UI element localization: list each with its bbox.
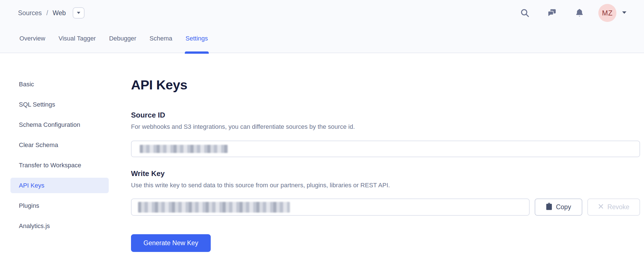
sidebar-item-label: Basic	[19, 81, 34, 88]
write-key-redacted-value	[138, 202, 290, 213]
clipboard-icon	[546, 203, 552, 212]
sidebar-item-api-keys[interactable]: API Keys	[10, 178, 109, 193]
settings-sidebar: Basic SQL Settings Schema Configuration …	[10, 76, 109, 234]
copy-button-label: Copy	[556, 203, 571, 211]
source-id-description: For webhooks and S3 integrations, you ca…	[131, 123, 355, 130]
sidebar-item-clear-schema[interactable]: Clear Schema	[10, 137, 109, 153]
source-id-field[interactable]	[131, 141, 640, 157]
sidebar-item-sql-settings[interactable]: SQL Settings	[10, 97, 109, 112]
revoke-button-label: Revoke	[607, 203, 629, 211]
write-key-description: Use this write key to send data to this …	[131, 182, 390, 189]
sidebar-item-label: API Keys	[19, 182, 44, 189]
source-id-label: Source ID	[131, 111, 165, 120]
sidebar-item-label: Plugins	[19, 202, 39, 209]
x-icon	[598, 203, 604, 211]
breadcrumb: Sources / Web	[18, 0, 85, 26]
sidebar-item-label: Clear Schema	[19, 141, 58, 149]
write-key-field[interactable]	[131, 199, 530, 216]
tab-visual-tagger[interactable]: Visual Tagger	[59, 26, 96, 53]
sidebar-item-schema-configuration[interactable]: Schema Configuration	[10, 117, 109, 132]
revoke-button[interactable]: Revoke	[587, 199, 640, 216]
write-key-label: Write Key	[131, 169, 165, 178]
sidebar-item-label: Analytics.js	[19, 222, 50, 230]
sidebar-item-basic[interactable]: Basic	[10, 76, 109, 92]
sidebar-item-analytics-js[interactable]: Analytics.js	[10, 218, 109, 234]
caret-down-icon	[76, 10, 81, 15]
tab-overview[interactable]: Overview	[19, 26, 45, 53]
sidebar-item-label: Transfer to Workspace	[19, 162, 81, 169]
sidebar-item-transfer-to-workspace[interactable]: Transfer to Workspace	[10, 157, 109, 173]
breadcrumb-sources[interactable]: Sources	[18, 9, 42, 17]
sidebar-item-plugins[interactable]: Plugins	[10, 198, 109, 213]
write-key-row: Copy Revoke	[131, 199, 640, 216]
app-window: Sources / Web	[0, 0, 644, 257]
page-title: API Keys	[131, 77, 187, 93]
generate-new-key-button[interactable]: Generate New Key	[131, 234, 211, 252]
breadcrumb-current-source: Web	[53, 9, 66, 17]
sidebar-item-label: SQL Settings	[19, 101, 55, 108]
copy-button[interactable]: Copy	[535, 199, 582, 216]
main-content: API Keys Source ID For webhooks and S3 i…	[131, 0, 640, 257]
tab-label: Overview	[19, 35, 45, 42]
source-switcher-button[interactable]	[73, 7, 85, 19]
source-id-redacted-value	[140, 145, 228, 153]
tab-label: Visual Tagger	[59, 35, 96, 42]
sidebar-item-label: Schema Configuration	[19, 121, 80, 128]
breadcrumb-separator: /	[46, 9, 48, 17]
